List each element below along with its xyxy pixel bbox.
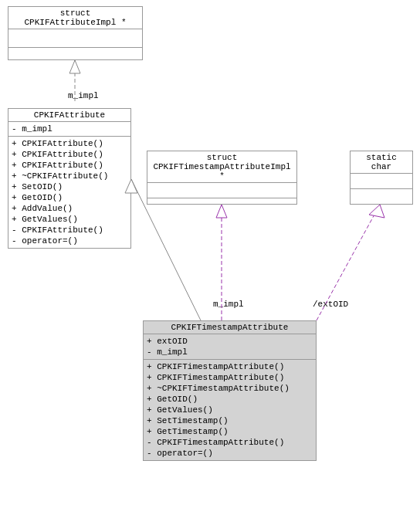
cpkif-timestamp-attribute-members: + extOID - m_impl: [144, 334, 316, 360]
cpkif-attribute-impl-box: struct CPKIFAttributeImpl *: [8, 6, 143, 60]
cpkif-attribute-impl-section2: [8, 48, 142, 66]
cpkif-attribute-box: CPKIFAttribute - m_impl + CPKIFAttribute…: [8, 108, 131, 249]
cpkif-timestamp-attribute-impl-box: struct CPKIFTimestampAttributeImpl *: [147, 151, 297, 205]
cpkif-timestamp-impl-s2: [147, 198, 296, 214]
cpkif-timestamp-attribute-title: CPKIFTimestampAttribute: [144, 321, 316, 334]
static-char-title: static char: [351, 151, 412, 174]
svg-marker-7: [369, 205, 384, 218]
cpkif-attribute-title: CPKIFAttribute: [8, 109, 130, 122]
cpkif-timestamp-impl-s1: [147, 183, 296, 198]
static-char-box: static char: [350, 151, 413, 205]
cpkif-attribute-impl-section1: [8, 29, 142, 48]
cpkif-attribute-methods: + CPKIFAttribute() + CPKIFAttribute() + …: [8, 137, 130, 248]
cpkif-timestamp-attribute-impl-title: struct CPKIFTimestampAttributeImpl *: [147, 151, 296, 183]
label-mimpl2: m_impl: [213, 300, 244, 309]
cpkif-attribute-mimpl: - m_impl: [12, 124, 127, 134]
cpkif-timestamp-attribute-box: CPKIFTimestampAttribute + extOID - m_imp…: [143, 320, 317, 461]
static-char-s2: [351, 189, 412, 205]
diagram-container: struct CPKIFAttributeImpl * CPKIFAttribu…: [0, 0, 420, 515]
cpkif-timestamp-attribute-methods: + CPKIFTimestampAttribute() + CPKIFTimes…: [144, 360, 316, 460]
label-extoid: /extOID: [313, 300, 348, 309]
cpkif-attribute-members: - m_impl: [8, 122, 130, 137]
label-mimpl1: m_impl: [68, 91, 99, 100]
static-char-s1: [351, 174, 412, 189]
cpkif-attribute-impl-title: struct CPKIFAttributeImpl *: [8, 7, 142, 29]
